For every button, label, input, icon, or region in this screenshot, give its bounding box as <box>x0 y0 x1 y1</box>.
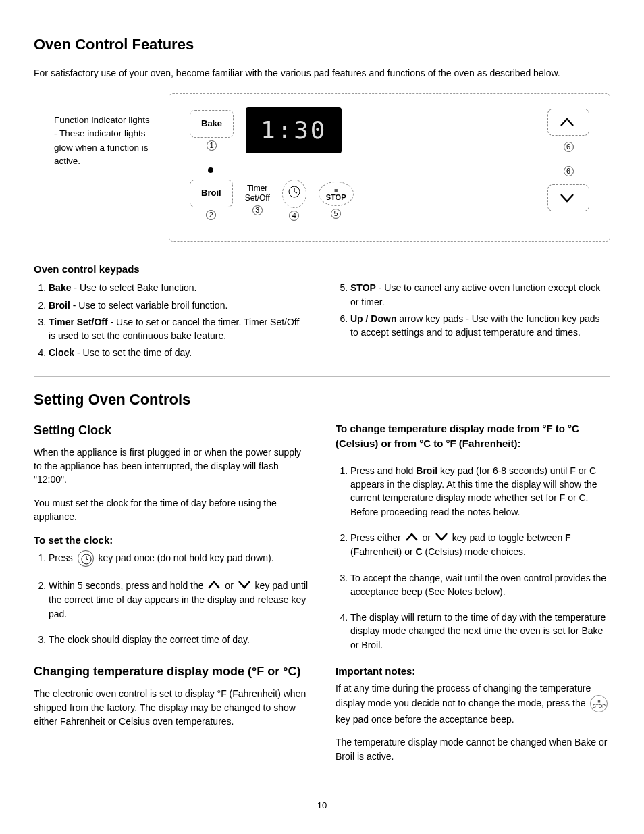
clock-p2: You must set the clock for the time of d… <box>34 496 308 524</box>
stop-icon: STOP <box>590 695 608 712</box>
setting-clock-heading: Setting Clock <box>34 421 308 439</box>
callout-num-4: 4 <box>289 211 299 221</box>
clock-pad <box>282 180 306 208</box>
to-set-clock-heading: To set the clock: <box>34 533 308 548</box>
chevron-down-icon <box>238 579 251 593</box>
down-arrow-pad <box>547 184 589 211</box>
chevron-up-icon <box>207 579 221 593</box>
keypads-list-left: Bake - Use to select Bake function. Broi… <box>34 281 308 359</box>
notes-heading: Important notes: <box>336 664 610 679</box>
intro-text: For satisfactory use of your oven, becom… <box>34 66 610 80</box>
keypads-heading: Oven control keypads <box>34 262 610 277</box>
bake-pad: Bake <box>190 110 234 138</box>
lcd-display: 1:30 <box>246 107 342 153</box>
section-title-1: Oven Control Features <box>34 34 610 55</box>
broil-pad: Broil <box>190 180 233 207</box>
callout-num-5: 5 <box>331 209 341 219</box>
control-panel-diagram: Bake 1 1:30 6 6 Broil 2 Timer Set/ <box>169 93 610 241</box>
section-divider <box>34 376 610 377</box>
clock-p1: When the appliance is first plugged in o… <box>34 446 308 487</box>
function-indicator-callout: Function indicator lights - These indica… <box>34 93 155 241</box>
indicator-dot <box>208 167 213 173</box>
chevron-up-icon <box>559 116 575 128</box>
temp-change-steps: Press and hold Broil key pad (for 6-8 se… <box>336 464 610 652</box>
temp-change-heading: To change temperature display mode from … <box>336 421 610 452</box>
clock-icon <box>288 186 300 198</box>
callout-num-2: 2 <box>206 210 216 220</box>
clock-icon <box>78 550 94 567</box>
page-number: 10 <box>34 800 610 812</box>
up-arrow-pad <box>547 109 589 136</box>
notes-p1: If at any time during the process of cha… <box>336 681 610 727</box>
clock-steps: Press key pad once (do not hold key pad … <box>34 550 308 646</box>
stop-pad: ■ STOP <box>319 182 354 206</box>
notes-p2: The temperature display mode cannot be c… <box>336 735 610 763</box>
temp-mode-heading: Changing temperature display mode (°F or… <box>34 662 308 680</box>
timer-pad: Timer Set/Off <box>245 184 270 202</box>
section-title-2: Setting Oven Controls <box>34 389 610 411</box>
callout-num-3: 3 <box>252 205 263 215</box>
chevron-down-icon <box>559 192 575 204</box>
keypads-list-right: STOP - Use to cancel any active oven fun… <box>336 281 610 339</box>
callout-num-1: 1 <box>207 140 217 151</box>
callout-num-6b: 6 <box>564 166 574 176</box>
temp-mode-p: The electronic oven control is set to di… <box>34 687 308 728</box>
callout-num-6a: 6 <box>564 142 574 152</box>
